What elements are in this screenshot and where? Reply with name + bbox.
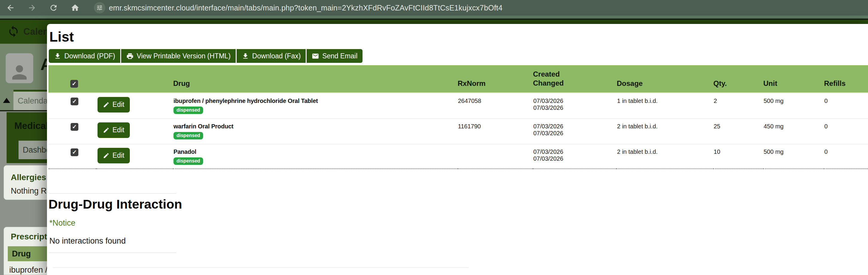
row-checkbox[interactable] (70, 97, 79, 105)
column-header-drug: Drug (173, 65, 458, 93)
section-divider (49, 252, 176, 253)
download-icon (242, 52, 249, 60)
download-icon (54, 52, 61, 60)
edit-button-label: Edit (113, 151, 124, 159)
drug-name: warfarin Oral Product (174, 123, 457, 130)
reload-icon[interactable] (49, 3, 59, 13)
unit-value: 450 mg (763, 119, 824, 144)
edit-button[interactable]: Edit (97, 148, 130, 163)
pencil-icon (103, 127, 110, 133)
email-icon (312, 52, 319, 60)
column-header-edit (96, 65, 173, 93)
bookmark-strip (0, 16, 868, 19)
pencil-icon (103, 101, 110, 108)
changed-date: 07/03/2026 (533, 104, 616, 111)
column-header-qty: Qty. (713, 65, 763, 93)
refills-value: 0 (824, 93, 868, 119)
url-text[interactable]: emr.skmcsimcenter.cloud/interface/main/t… (109, 4, 502, 12)
printer-icon (126, 52, 134, 60)
drug-name: ibuprofen / phenylephrine hydrochloride … (174, 97, 457, 104)
unit-value: 500 mg (763, 93, 824, 119)
interaction-result: No interactions found (49, 236, 126, 246)
sync-icon[interactable] (7, 25, 20, 38)
row-checkbox[interactable] (70, 148, 79, 156)
refills-value: 0 (824, 119, 868, 144)
tab-pointer-triangle (3, 98, 10, 103)
tab-calendar-label: Calendar (18, 96, 51, 105)
edit-button-label: Edit (113, 126, 124, 134)
send-email-button[interactable]: Send Email (307, 49, 363, 63)
created-changed-cell: 07/03/2026 07/03/2026 (533, 93, 617, 119)
select-all-checkbox[interactable] (70, 80, 78, 88)
forward-icon[interactable] (27, 3, 37, 13)
pencil-icon (103, 152, 110, 159)
column-header-unit: Unit (763, 65, 824, 93)
browser-toolbar: emr.skmcsimcenter.cloud/interface/main/t… (0, 0, 868, 16)
qty-value: 10 (713, 144, 763, 169)
dosage-value: 2 in tablet b.i.d. (617, 119, 713, 144)
download-fax-button[interactable]: Download (Fax) (237, 49, 306, 63)
home-icon[interactable] (70, 3, 80, 13)
medical-panel-title: Medical (14, 121, 49, 131)
medications-table: Drug RxNorm Created Changed Dosage Qty. … (49, 65, 868, 169)
bottom-divider (53, 268, 469, 268)
column-header-created-changed: Created Changed (533, 65, 617, 93)
created-date: 07/03/2026 (533, 148, 616, 155)
refills-value: 0 (824, 144, 868, 169)
status-badge: dispensed (174, 157, 203, 165)
unit-value: 500 mg (763, 144, 824, 169)
created-changed-label: Created Changed (533, 70, 568, 88)
column-header-dosage: Dosage (617, 65, 713, 93)
table-row: Edit Panadol dispensed 07/03/2026 07/03/… (49, 144, 868, 169)
column-header-rxnorm: RxNorm (458, 65, 533, 93)
rxnorm-value (458, 144, 533, 169)
changed-date: 07/03/2026 (533, 130, 616, 137)
view-printable-button[interactable]: View Printable Version (HTML) (121, 49, 236, 63)
status-badge: dispensed (174, 132, 203, 140)
edit-button-label: Edit (113, 100, 124, 109)
column-header-refills: Refills (824, 65, 868, 93)
ddi-section-title: Drug-Drug Interaction (49, 197, 182, 212)
allergies-title-text: Allergies (11, 173, 46, 182)
medication-list-dialog: List Download (PDF) View Printable Versi… (47, 24, 868, 275)
prescriptions-drug-header-label: Drug (12, 249, 31, 258)
rxnorm-value: 2647058 (458, 93, 533, 119)
dosage-value: 2 in tablet b.i.d. (617, 144, 713, 169)
prescriptions-drug-header: Drug (8, 246, 49, 261)
prescriptions-drug-row: ibuprofen / (9, 266, 48, 275)
table-header-row: Drug RxNorm Created Changed Dosage Qty. … (49, 65, 868, 93)
send-email-label: Send Email (322, 52, 358, 60)
edit-button[interactable]: Edit (97, 97, 130, 113)
changed-date: 07/03/2026 (533, 155, 616, 162)
chrome-divider (0, 19, 868, 20)
created-date: 07/03/2026 (533, 123, 616, 130)
table-row: Edit warfarin Oral Product dispensed 116… (49, 119, 868, 144)
list-title: List (49, 29, 74, 45)
created-changed-cell: 07/03/2026 07/03/2026 (533, 119, 617, 144)
download-pdf-button[interactable]: Download (PDF) (49, 49, 120, 63)
created-changed-cell: 07/03/2026 07/03/2026 (533, 144, 617, 169)
avatar (6, 53, 33, 83)
view-printable-label: View Printable Version (HTML) (137, 52, 230, 60)
rxnorm-value: 1161790 (458, 119, 533, 144)
status-badge: dispensed (174, 106, 203, 114)
notice-label: *Notice (49, 218, 75, 228)
qty-value: 2 (713, 93, 763, 119)
qty-value: 25 (713, 119, 763, 144)
table-row: Edit ibuprofen / phenylephrine hydrochlo… (49, 93, 868, 119)
back-icon[interactable] (5, 3, 16, 13)
row-checkbox[interactable] (70, 123, 79, 131)
created-date: 07/03/2026 (533, 97, 616, 104)
download-pdf-label: Download (PDF) (64, 52, 115, 60)
export-button-group: Download (PDF) View Printable Version (H… (49, 49, 363, 63)
drug-name: Panadol (174, 148, 457, 155)
site-settings-icon[interactable] (94, 2, 105, 13)
dashboard-tab-label: Dashbo (23, 146, 51, 155)
dosage-value: 1 in tablet b.i.d. (617, 93, 713, 119)
person-icon (9, 62, 30, 83)
edit-button[interactable]: Edit (97, 122, 130, 138)
download-fax-label: Download (Fax) (252, 52, 301, 60)
